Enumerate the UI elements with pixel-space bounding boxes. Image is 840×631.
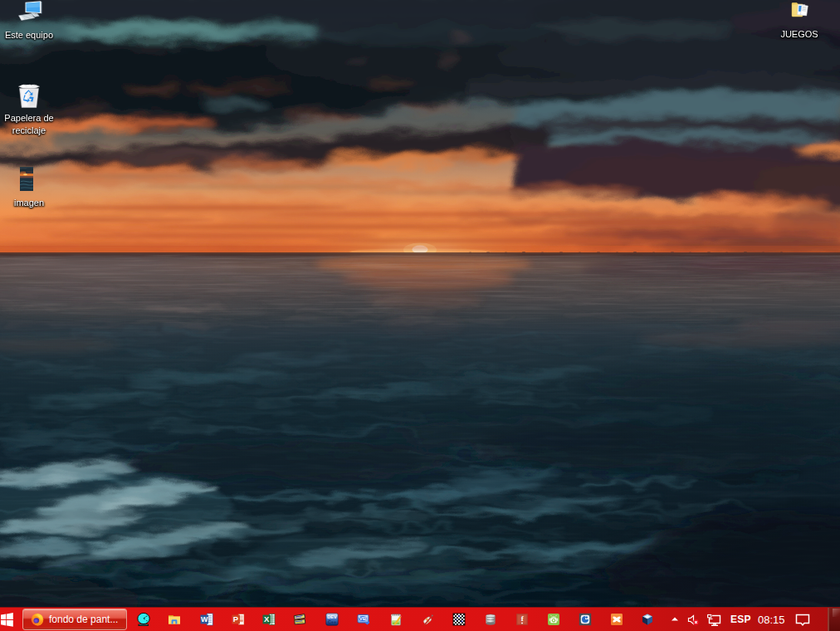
svg-text:P: P xyxy=(233,614,239,624)
svg-text:C++: C++ xyxy=(328,619,336,624)
svg-text:X: X xyxy=(264,614,270,624)
svg-text:W: W xyxy=(201,615,208,624)
svg-text:VB: VB xyxy=(359,616,367,621)
